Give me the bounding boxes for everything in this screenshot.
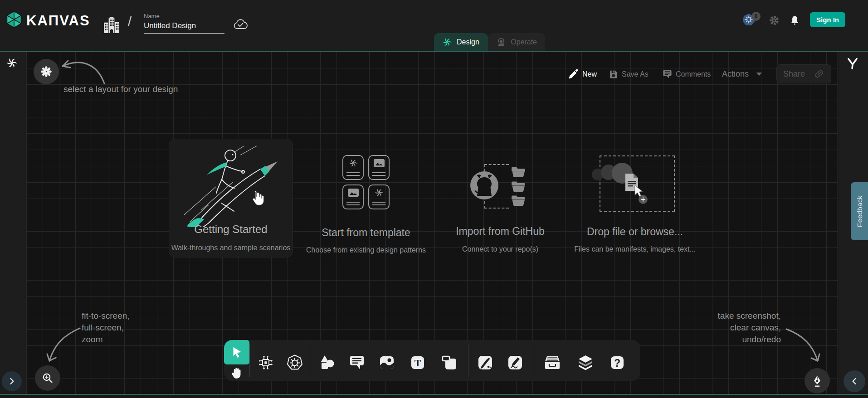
card-title[interactable]: Drop file or browse... (583, 226, 687, 238)
layout-selector-button[interactable] (34, 59, 59, 84)
svg-text:T: T (414, 357, 421, 369)
template-tile (342, 155, 364, 180)
template-tile-image-icon (374, 159, 385, 167)
brand-wordmark[interactable]: KAΠVAS (26, 13, 90, 29)
pen-tool[interactable] (475, 353, 495, 373)
tab-design-label: Design (457, 38, 479, 46)
comment-tool[interactable] (347, 353, 367, 373)
breadcrumb-slash: / (128, 14, 132, 29)
drawer-tool[interactable] (542, 353, 562, 373)
sketch-tool[interactable] (505, 353, 525, 373)
design-name-label: Name (144, 13, 160, 19)
svg-text:?: ? (614, 357, 620, 369)
card-title[interactable]: Import from GitHub (448, 225, 552, 238)
note-tool[interactable] (439, 353, 459, 373)
tools-dock: T (224, 340, 640, 381)
shapes-icon (318, 354, 336, 372)
select-arrow-icon (230, 345, 244, 359)
caret-down-icon[interactable] (756, 73, 762, 76)
template-tile (368, 184, 390, 209)
bell-icon[interactable] (789, 14, 800, 26)
feedback-label: Feedback (856, 195, 863, 227)
tab-design[interactable]: Design (434, 33, 488, 51)
chevron-left-icon (849, 376, 860, 387)
card-title: Getting Started (169, 223, 293, 236)
comment-bubble-icon (348, 354, 366, 372)
help-tool[interactable]: ? (607, 353, 627, 373)
kubernetes-wheel-icon (286, 354, 304, 372)
help-icon: ? (608, 354, 626, 372)
expand-chevron-button[interactable] (2, 371, 22, 391)
building-icon (103, 16, 120, 34)
drawer-icon (543, 354, 561, 372)
feedback-tab[interactable]: Feedback (851, 182, 868, 240)
relationship-tool[interactable] (256, 353, 276, 373)
pen-icon (476, 354, 494, 372)
floppy-save-icon[interactable] (609, 69, 618, 79)
magnifier-plus-icon (41, 372, 54, 384)
note-icon (440, 354, 458, 372)
pencil-icon[interactable] (568, 69, 579, 79)
github-octocat-icon[interactable] (469, 170, 499, 200)
comments-button[interactable]: Comments (676, 70, 711, 78)
layers-icon (576, 354, 595, 372)
pan-hand-tool[interactable] (227, 364, 247, 383)
view-hint-arrow (42, 323, 83, 364)
collapse-chevron-button[interactable] (844, 370, 865, 392)
tab-operate-label: Operate (511, 38, 537, 46)
layers-tool[interactable] (575, 353, 595, 373)
template-tile (368, 155, 390, 180)
bottom-edge (0, 395, 868, 398)
left-sidebar-strip (0, 52, 26, 394)
card-subtitle: Walk-throughs and sample scenarios (165, 244, 297, 252)
card-title: Start from template (305, 227, 427, 239)
actions-menu-button[interactable]: Actions (722, 69, 749, 79)
view-hint-text: fit-to-screen, full-screen, zoom (82, 310, 130, 345)
folder-icon (511, 194, 526, 206)
sign-in-button[interactable]: Sign In (810, 12, 845, 27)
link-icon (814, 68, 824, 79)
app-header: KAΠVAS / Name (0, 0, 868, 51)
shapes-tool[interactable] (317, 353, 337, 373)
folder-icon (511, 166, 526, 178)
sketch-pencil-icon (506, 354, 524, 372)
share-label: Share (783, 69, 805, 79)
history-h int-arrow (783, 323, 824, 364)
plus-badge-icon (639, 195, 648, 204)
operate-headset-icon (496, 37, 506, 48)
kanvas-app: KAΠVAS / Name (0, 0, 868, 398)
template-tile-image-icon (348, 189, 359, 197)
folder-icon (511, 180, 526, 192)
notifications-count-badge[interactable]: 0 (751, 12, 761, 21)
select-arrow-tool[interactable] (224, 340, 249, 364)
template-tile-pinwheel-icon (349, 159, 358, 168)
hexagon-brand-logo-icon[interactable] (5, 10, 23, 29)
save-as-button[interactable]: Save As (622, 70, 649, 78)
cloud-saved-icon (233, 19, 248, 30)
gear-icon[interactable] (768, 15, 780, 26)
hand-cursor-icon (250, 189, 264, 206)
kubernetes-tool[interactable] (285, 353, 305, 373)
design-pinwheel-icon (442, 37, 452, 47)
card-subtitle: Files can be manifests, images, text... (569, 245, 701, 253)
layout-hint-text: select a layout for your design (63, 83, 178, 95)
chevron-right-icon (6, 376, 17, 387)
sign-in-label: Sign In (816, 16, 839, 24)
rocket-sketch-illustration (176, 143, 289, 227)
zoom-in-button[interactable] (35, 365, 60, 391)
design-name-input[interactable] (144, 21, 224, 34)
layout-flower-icon (40, 66, 52, 78)
text-icon: T (409, 354, 427, 372)
relationship-icon (257, 354, 275, 372)
template-tile-pinwheel-icon (375, 188, 384, 197)
comment-icon[interactable] (662, 69, 673, 79)
y-logo (846, 57, 859, 70)
tab-operate[interactable]: Operate (488, 33, 545, 51)
image-icon (378, 354, 396, 372)
share-button[interactable]: Share (776, 64, 831, 83)
new-button[interactable]: New (582, 70, 597, 78)
pinwheel-logo (6, 57, 18, 69)
pen-nib-button[interactable] (805, 368, 830, 393)
image-tool[interactable] (377, 353, 397, 373)
text-tool[interactable]: T (408, 353, 428, 373)
